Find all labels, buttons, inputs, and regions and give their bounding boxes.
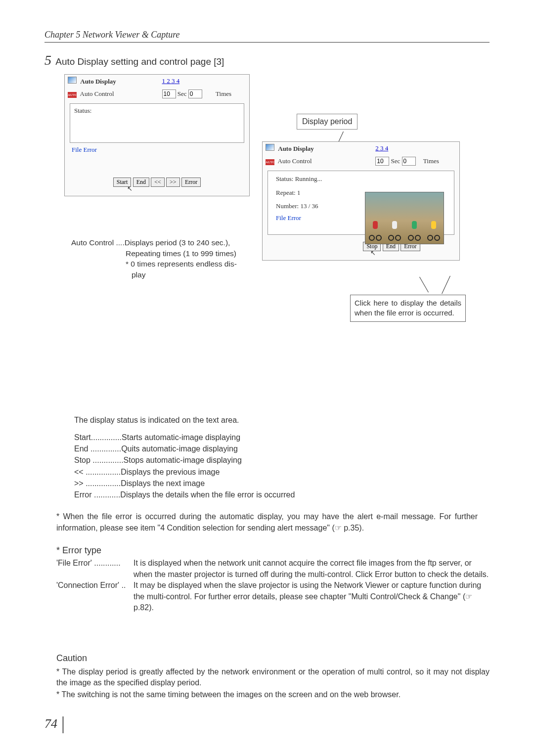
section-heading: 5 Auto Display setting and control page … (44, 52, 490, 68)
auto-display-icon (68, 77, 77, 84)
slideshow-preview-image (365, 192, 444, 244)
status-label: Status: (74, 107, 91, 114)
end-button[interactable]: End (133, 178, 149, 187)
prev-button[interactable]: << (151, 178, 165, 187)
page-link-label[interactable]: 2 3 4 (375, 144, 388, 152)
error-click-callout: Click here to display the details when t… (350, 295, 466, 322)
caution-line: * The switching is not the same timing b… (56, 689, 490, 700)
error-type-section: * Error type 'File Error' ............ I… (56, 545, 490, 614)
status-box: Status: (70, 103, 244, 143)
times-input[interactable] (188, 89, 202, 98)
auto-control-icon: AUTO (68, 92, 77, 98)
error-label: 'Connection Error' .. (56, 580, 126, 591)
auto-control-definition: Auto Control ....Displays period (3 to 2… (71, 237, 259, 280)
caution-section: Caution * The display period is greatly … (56, 653, 490, 701)
page-links[interactable]: 1 2 3 4 (162, 77, 181, 85)
error-description: It is displayed when the network unit ca… (134, 558, 490, 580)
section-heading-text: Auto Display setting and control page [3… (55, 56, 224, 67)
footnote-alert-email: * When the file error is occurred during… (56, 511, 478, 534)
cyclist-icon (369, 221, 382, 241)
next-button[interactable]: >> (166, 178, 180, 187)
cyclist-icon (388, 221, 401, 241)
file-error-link[interactable]: File Error (72, 146, 242, 154)
auto-display-panel-paused: Auto Display 1 2 3 4 AUTO Auto Control S… (64, 74, 250, 196)
auto-control-icon: AUTO (266, 159, 274, 165)
step-number: 5 (44, 52, 51, 68)
connection-error-def: 'Connection Error' .. It may be displaye… (56, 580, 490, 614)
cursor-icon: ↖ (13, 185, 246, 193)
cyclist-icon (408, 221, 421, 241)
file-error-def: 'File Error' ............ It is displaye… (56, 558, 490, 580)
def-line: Auto Control ....Displays period (3 to 2… (71, 237, 259, 248)
control-buttons: Start End << >> Error ↖ (65, 174, 249, 196)
def-row: Start..............Starts automatic-imag… (74, 432, 490, 443)
error-type-title: * Error type (56, 545, 490, 556)
def-row: Stop ..............Stops automatic-image… (74, 454, 490, 466)
auto-display-panel-running: Auto Display 2 3 4 AUTO Auto Control Sec… (262, 141, 460, 261)
cyclist-icon (427, 221, 440, 241)
caution-line: * The display period is greatly affected… (56, 667, 490, 689)
button-definitions: Start..............Starts automatic-imag… (74, 432, 490, 500)
seconds-label: Sec (178, 90, 187, 97)
times-label: Times (216, 90, 231, 97)
error-label: 'File Error' ............ (56, 558, 121, 569)
page-links[interactable]: 2 3 4 (375, 144, 389, 152)
def-row: Error ............Displays the details w… (74, 489, 490, 500)
def-row: << ................Displays the previous… (74, 466, 490, 478)
auto-control-label: Auto Control (278, 157, 312, 165)
panel-title: Auto Display (278, 145, 314, 152)
times-input[interactable] (402, 157, 416, 166)
error-description: It may be displayed when the slave proje… (134, 580, 490, 613)
def-row: >> ................Displays the next ima… (74, 478, 490, 489)
error-button[interactable]: Error (181, 178, 201, 187)
times-label: Times (423, 157, 439, 165)
status-running: Status: Running... (276, 174, 450, 184)
auto-display-icon (266, 144, 274, 151)
seconds-label: Sec (391, 157, 400, 165)
chapter-title: Chapter 5 Network Viewer & Capture (44, 30, 490, 43)
page-number: 74 (44, 716, 64, 733)
seconds-input[interactable] (375, 157, 389, 166)
cursor-icon: ↖ (289, 249, 456, 257)
display-period-callout: Display period (297, 114, 357, 130)
caution-title: Caution (56, 653, 490, 664)
status-note: The display status is indicated on the t… (74, 416, 490, 425)
def-line: * 0 times represents endless dis- (126, 259, 259, 269)
page-link-label[interactable]: 1 2 3 4 (162, 77, 180, 85)
panel-title: Auto Display (80, 78, 116, 85)
def-line: Repeating times (1 to 999 times) (126, 248, 259, 259)
seconds-input[interactable] (162, 89, 176, 98)
status-box-running: Status: Running... Repeat: 1 Number: 13 … (267, 171, 454, 235)
auto-control-label: Auto Control (80, 90, 114, 97)
def-line: play (132, 269, 259, 280)
def-row: End ..............Quits automatic-image … (74, 443, 490, 454)
